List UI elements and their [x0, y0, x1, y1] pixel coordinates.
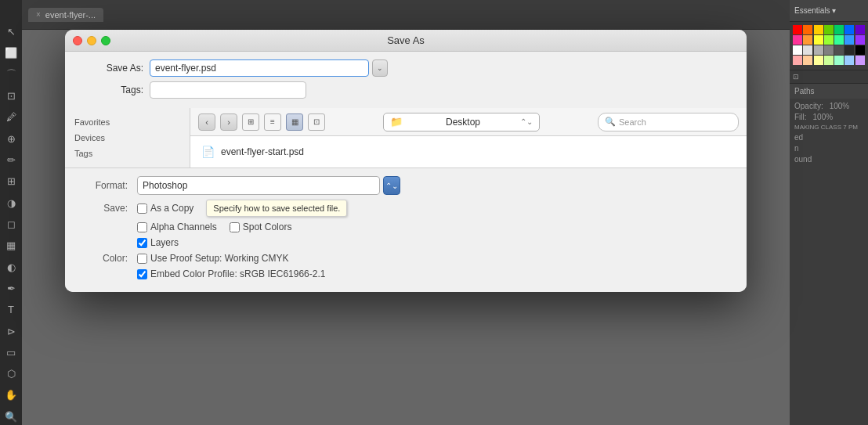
alpha-channels-label: Alpha Channels — [150, 222, 217, 232]
layers-checkbox-item[interactable]: Layers — [137, 237, 179, 248]
canvas-text-row: MAKING CLASS 7 PM — [794, 124, 863, 131]
embed-profile-checkbox[interactable] — [137, 269, 147, 279]
swatch[interactable] — [793, 56, 802, 65]
file-list: 📄 event-flyer-start.psd — [190, 136, 747, 167]
alpha-channels-checkbox[interactable] — [137, 222, 147, 232]
swatch[interactable] — [834, 56, 844, 65]
tool-hand[interactable]: ✋ — [2, 387, 20, 403]
use-proof-checkbox-item[interactable]: Use Proof Setup: Working CMYK — [137, 253, 289, 264]
tool-eyedropper[interactable]: 🖉 — [2, 109, 20, 125]
sidebar-item-favorites[interactable]: Favorites — [65, 114, 190, 130]
swatch[interactable] — [824, 45, 834, 55]
sidebar-item-tags[interactable]: Tags — [65, 146, 190, 161]
spot-colors-checkbox-item[interactable]: Spot Colors — [230, 222, 292, 232]
panel-section-header: ⊡ — [790, 70, 868, 83]
swatch[interactable] — [814, 35, 823, 45]
forward-button[interactable]: › — [220, 113, 237, 131]
use-proof-checkbox[interactable] — [137, 254, 147, 264]
tool-move[interactable]: ↖ — [2, 23, 20, 40]
swatch[interactable] — [824, 25, 834, 34]
swatch[interactable] — [803, 56, 812, 65]
maximize-window-button[interactable] — [101, 36, 110, 45]
swatch[interactable] — [844, 25, 854, 34]
tool-zoom[interactable]: 🔍 — [2, 409, 20, 425]
swatch[interactable] — [844, 45, 854, 55]
swatch[interactable] — [793, 25, 802, 34]
tool-heal[interactable]: ⊕ — [2, 131, 20, 147]
swatch[interactable] — [844, 35, 854, 45]
close-window-button[interactable] — [73, 36, 82, 45]
alpha-channels-checkbox-item[interactable]: Alpha Channels — [137, 222, 217, 232]
essentials-tab[interactable]: Essentials ▾ — [794, 6, 836, 15]
location-dropdown[interactable]: 📁 Desktop ⌃⌄ — [383, 113, 540, 131]
embed-profile-checkbox-item[interactable]: Embed Color Profile: sRGB IEC61966-2.1 — [137, 268, 325, 279]
tool-crop[interactable]: ⊡ — [2, 88, 20, 104]
swatch[interactable] — [855, 56, 865, 65]
save-label: Save: — [81, 203, 128, 214]
swatch[interactable] — [834, 25, 844, 34]
swatch[interactable] — [803, 35, 812, 45]
swatch[interactable] — [793, 45, 802, 55]
filename-input[interactable] — [150, 59, 369, 77]
tool-clone[interactable]: ⊞ — [2, 173, 20, 189]
save-checkboxes: As a Copy Specify how to save selected f… — [137, 200, 347, 217]
sidebar-item-devices[interactable]: Devices — [65, 130, 190, 146]
ps-header: × event-flyer-... — [22, 0, 790, 30]
browser-main: ‹ › ⊞ ≡ ▦ ⊡ 📁 — [190, 108, 747, 167]
swatch[interactable] — [814, 25, 823, 34]
as-a-copy-checkbox[interactable] — [137, 203, 147, 214]
ps-tab[interactable]: × event-flyer-... — [28, 8, 103, 22]
list-item[interactable]: 📄 event-flyer-start.psd — [197, 142, 740, 161]
format-dropdown-button[interactable]: ⌃⌄ — [383, 176, 400, 195]
swatch[interactable] — [824, 56, 834, 65]
swatch[interactable] — [834, 45, 844, 55]
tags-input[interactable] — [150, 81, 306, 99]
ps-workspace: Save As Save As: ⌄ Tags: — [22, 30, 790, 425]
swatch[interactable] — [855, 25, 865, 34]
tool-shape[interactable]: ▭ — [2, 344, 20, 361]
layers-checkbox[interactable] — [137, 238, 147, 248]
tool-type[interactable]: T — [2, 301, 20, 318]
chevron-right-icon: › — [227, 117, 230, 127]
view-icon-button[interactable]: ⊞ — [242, 113, 259, 131]
layer-text1: ed — [794, 133, 803, 142]
swatch[interactable] — [855, 45, 865, 55]
view-column-button[interactable]: ▦ — [286, 113, 303, 131]
view-list-button[interactable]: ≡ — [264, 113, 281, 131]
fill-value: 100% — [813, 113, 834, 121]
tool-3d[interactable]: ⬡ — [2, 366, 20, 382]
as-a-copy-checkbox-item[interactable]: As a Copy — [137, 203, 193, 214]
view-gallery-button[interactable]: ⊡ — [308, 113, 325, 131]
tool-history[interactable]: ◑ — [2, 195, 20, 211]
swatch[interactable] — [814, 56, 823, 65]
tool-dodge[interactable]: ◐ — [2, 258, 20, 275]
tool-gradient[interactable]: ▦ — [2, 237, 20, 254]
tool-lasso[interactable]: ⌒ — [2, 67, 20, 83]
search-box[interactable]: 🔍 Search — [598, 113, 739, 131]
tool-brush[interactable]: ✏ — [2, 152, 20, 168]
save-as-dialog: Save As Save As: ⌄ Tags: — [65, 30, 747, 292]
swatch[interactable] — [844, 56, 854, 65]
expand-button[interactable]: ⌄ — [372, 59, 388, 77]
format-label: Format: — [81, 180, 128, 191]
panel-content: Opacity: 100% Fill: 100% MAKING CLASS 7 … — [790, 99, 868, 169]
tool-path-select[interactable]: ⊳ — [2, 322, 20, 339]
format-input[interactable] — [137, 176, 380, 195]
tool-pen[interactable]: ✒ — [2, 280, 20, 297]
swatch[interactable] — [803, 45, 812, 55]
embed-checkboxes: Embed Color Profile: sRGB IEC61966-2.1 — [137, 268, 325, 279]
swatch[interactable] — [834, 35, 844, 45]
tool-eraser[interactable]: ◻ — [2, 216, 20, 232]
swatch[interactable] — [824, 35, 834, 45]
spot-colors-checkbox[interactable] — [230, 222, 240, 232]
minimize-window-button[interactable] — [87, 36, 96, 45]
back-button[interactable]: ‹ — [198, 113, 215, 131]
swatch[interactable] — [814, 45, 823, 55]
tool-select-rect[interactable]: ⬜ — [2, 45, 20, 61]
swatch[interactable] — [793, 35, 802, 45]
layer-text-row2: n — [794, 144, 863, 153]
window-controls — [73, 36, 110, 45]
swatch[interactable] — [803, 25, 812, 34]
swatch[interactable] — [855, 35, 865, 45]
tab-close-icon[interactable]: × — [36, 10, 41, 19]
